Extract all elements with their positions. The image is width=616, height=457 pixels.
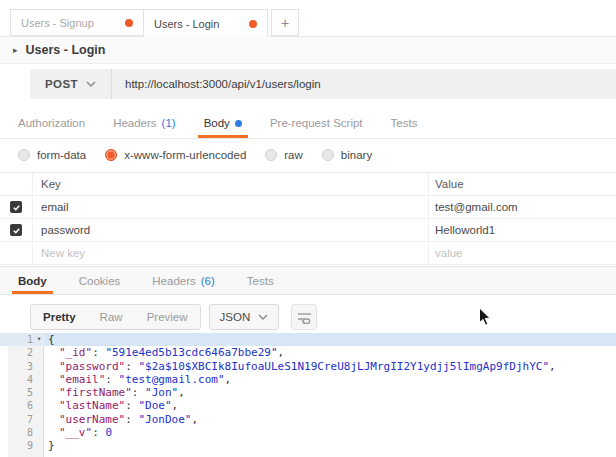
code-line: 5 "firstName": "Jon", bbox=[0, 386, 616, 399]
line-number: 4 bbox=[8, 373, 37, 386]
request-url-bar: POST http://localhost:3000/api/v1/users/… bbox=[30, 69, 616, 99]
code-line: 9 } bbox=[0, 439, 616, 452]
raw-button[interactable]: Raw bbox=[88, 305, 135, 329]
table-new-row: New key value bbox=[0, 242, 616, 265]
code-line: 2 "_id": "591e4ed5b13cdc646a7bbe29", bbox=[0, 346, 616, 359]
line-number: 8 bbox=[8, 426, 37, 439]
line-number: 1 bbox=[8, 333, 37, 346]
radio-x-www-form-urlencoded[interactable]: x-www-form-urlencoded bbox=[105, 149, 246, 161]
headers-count-badge: (1) bbox=[162, 117, 176, 129]
collapse-caret-icon[interactable]: ▸ bbox=[13, 45, 18, 55]
format-dropdown[interactable]: JSON bbox=[209, 304, 280, 330]
pretty-button[interactable]: Pretty bbox=[31, 305, 88, 329]
body-filled-indicator-dot bbox=[235, 120, 242, 127]
request-title: Users - Login bbox=[26, 43, 106, 57]
tab-label: Pre-request Script bbox=[270, 117, 363, 129]
radio-selected-icon bbox=[105, 149, 117, 161]
tab-label: Tests bbox=[391, 117, 418, 129]
request-subtabs: Authorization Headers (1) Body Pre-reque… bbox=[0, 108, 616, 139]
request-header-row: ▸ Users - Login bbox=[0, 37, 616, 64]
code-line: 4 "email": "test@gmail.com", bbox=[0, 373, 616, 386]
new-tab-button[interactable]: + bbox=[271, 9, 299, 36]
code-line: 6 "lastName": "Doe", bbox=[0, 399, 616, 412]
radio-label: binary bbox=[341, 149, 372, 161]
tab-label: Body bbox=[18, 275, 47, 287]
tab-label: Headers bbox=[113, 117, 156, 129]
fold-caret-icon[interactable]: ▾ bbox=[37, 333, 46, 346]
body-type-selector: form-data x-www-form-urlencoded raw bina… bbox=[0, 139, 616, 171]
response-tab-tests[interactable]: Tests bbox=[243, 267, 278, 294]
row-enabled-checkbox[interactable] bbox=[10, 201, 22, 213]
line-number: 6 bbox=[8, 399, 37, 412]
response-subtabs: Body Cookies Headers (6) Tests bbox=[0, 266, 616, 295]
radio-form-data[interactable]: form-data bbox=[18, 149, 86, 161]
response-body-editor[interactable]: 1 ▾ { 2 "_id": "591e4ed5b13cdc646a7bbe29… bbox=[0, 333, 616, 457]
header-checkbox-cell bbox=[0, 173, 33, 195]
tab-label: Cookies bbox=[79, 275, 121, 287]
line-number: 2 bbox=[8, 346, 37, 359]
code-line: 7 "userName": "JonDoe", bbox=[0, 413, 616, 426]
code-line: 8 "__v": 0 bbox=[0, 426, 616, 439]
param-value-input[interactable]: test@gmail.com bbox=[429, 196, 616, 218]
request-tab-users-login[interactable]: Users - Login bbox=[143, 9, 268, 37]
radio-icon bbox=[18, 149, 30, 161]
param-value-input[interactable]: Helloworld1 bbox=[429, 219, 616, 241]
wrap-text-icon bbox=[297, 311, 312, 324]
response-tab-body[interactable]: Body bbox=[14, 267, 51, 294]
format-label: JSON bbox=[220, 311, 251, 323]
tab-label: Body bbox=[204, 117, 230, 129]
table-row: password Helloworld1 bbox=[0, 219, 616, 242]
key-column-header: Key bbox=[33, 173, 429, 195]
radio-label: form-data bbox=[37, 149, 86, 161]
method-label: POST bbox=[45, 78, 78, 90]
unsaved-indicator-dot bbox=[249, 20, 257, 28]
tab-label: Tests bbox=[247, 275, 274, 287]
request-tab-users-signup[interactable]: Users - Signup bbox=[10, 9, 143, 36]
tab-label: Users - Signup bbox=[21, 17, 117, 29]
response-headers-count-badge: (6) bbox=[201, 275, 215, 287]
param-key-input[interactable]: email bbox=[33, 196, 429, 218]
unsaved-indicator-dot bbox=[125, 19, 133, 27]
radio-raw[interactable]: raw bbox=[265, 149, 303, 161]
radio-binary[interactable]: binary bbox=[322, 149, 372, 161]
method-dropdown[interactable]: POST bbox=[30, 69, 112, 99]
line-number: 5 bbox=[8, 386, 37, 399]
check-icon bbox=[12, 226, 21, 235]
tab-label: Users - Login bbox=[154, 18, 241, 30]
tab-pre-request-script[interactable]: Pre-request Script bbox=[266, 108, 367, 138]
new-value-input[interactable]: value bbox=[429, 242, 616, 264]
line-number: 7 bbox=[8, 413, 37, 426]
radio-label: x-www-form-urlencoded bbox=[124, 149, 246, 161]
radio-icon bbox=[322, 149, 334, 161]
view-mode-segmented-control: Pretty Raw Preview bbox=[30, 304, 201, 330]
wrap-text-button[interactable] bbox=[291, 304, 317, 330]
table-row: email test@gmail.com bbox=[0, 196, 616, 219]
line-number: 9 bbox=[8, 439, 37, 452]
response-tab-headers[interactable]: Headers (6) bbox=[148, 267, 219, 294]
line-number: 3 bbox=[8, 360, 37, 373]
mouse-cursor bbox=[478, 307, 491, 327]
chevron-down-icon bbox=[258, 314, 268, 320]
new-key-input[interactable]: New key bbox=[33, 242, 429, 264]
radio-icon bbox=[265, 149, 277, 161]
tab-authorization[interactable]: Authorization bbox=[14, 108, 89, 138]
tab-headers[interactable]: Headers (1) bbox=[109, 108, 180, 138]
radio-label: raw bbox=[284, 149, 303, 161]
chevron-down-icon bbox=[86, 81, 96, 87]
code-line: 3 "password": "$2a$10$XBCIk8IufoaULeS1N1… bbox=[0, 360, 616, 373]
check-icon bbox=[12, 203, 21, 212]
response-toolbar: Pretty Raw Preview JSON bbox=[30, 304, 317, 330]
tab-label: Authorization bbox=[18, 117, 85, 129]
tab-tests[interactable]: Tests bbox=[387, 108, 422, 138]
param-key-input[interactable]: password bbox=[33, 219, 429, 241]
table-header-row: Key Value bbox=[0, 173, 616, 196]
tab-body[interactable]: Body bbox=[200, 108, 246, 138]
preview-button[interactable]: Preview bbox=[135, 305, 200, 329]
row-enabled-checkbox[interactable] bbox=[10, 224, 22, 236]
response-tab-cookies[interactable]: Cookies bbox=[75, 267, 125, 294]
url-input[interactable]: http://localhost:3000/api/v1/users/login bbox=[112, 78, 321, 90]
request-tab-strip: Users - Signup Users - Login + bbox=[0, 0, 616, 37]
code-line: 1 ▾ { bbox=[0, 333, 616, 346]
value-column-header: Value bbox=[429, 173, 616, 195]
tab-label: Headers bbox=[152, 275, 195, 287]
